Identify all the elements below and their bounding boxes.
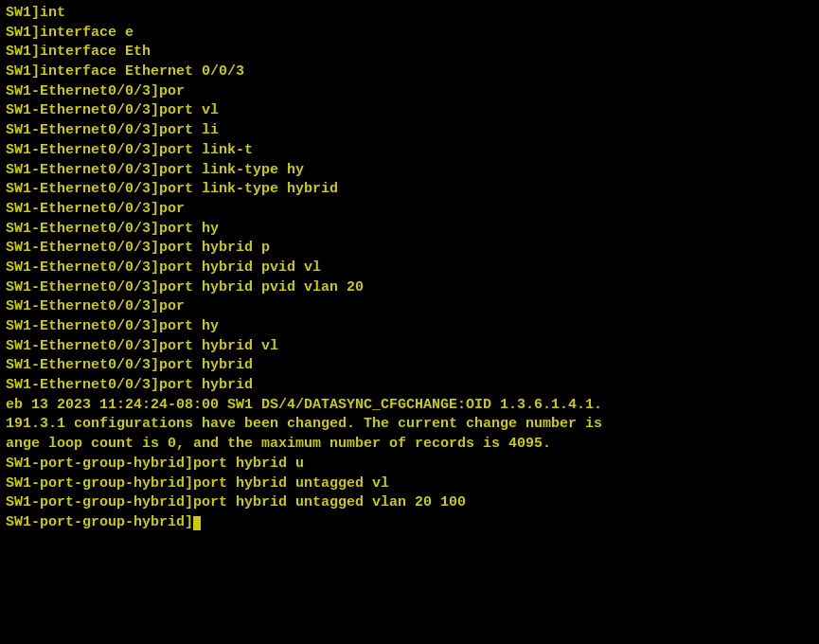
terminal-line: SW1-Ethernet0/0/3]port hybrid p xyxy=(6,239,813,259)
terminal-line: 191.3.1 configurations have been changed… xyxy=(6,415,813,435)
terminal-line: SW1-Ethernet0/0/3]port hy xyxy=(6,317,813,337)
terminal-line: SW1-Ethernet0/0/3]port link-type hy xyxy=(6,161,813,181)
terminal-line: ange loop count is 0, and the maximum nu… xyxy=(6,435,813,455)
terminal-window: SW1]intSW1]interface eSW1]interface EthS… xyxy=(0,0,819,644)
terminal-line: SW1-port-group-hybrid]port hybrid untagg… xyxy=(6,474,813,494)
terminal-line: SW1]interface Eth xyxy=(6,43,813,63)
terminal-line: SW1]interface Ethernet 0/0/3 xyxy=(6,63,813,82)
terminal-line: SW1-Ethernet0/0/3]port hybrid pvid vl xyxy=(6,259,813,278)
terminal-line: SW1]int xyxy=(6,4,813,24)
terminal-line: SW1]interface e xyxy=(6,24,813,44)
terminal-line: SW1-Ethernet0/0/3]port link-t xyxy=(6,141,813,161)
terminal-line: SW1-Ethernet0/0/3]port hybrid vl xyxy=(6,337,813,357)
terminal-line: SW1-port-group-hybrid]port hybrid untagg… xyxy=(6,493,813,513)
terminal-line: SW1-Ethernet0/0/3]por xyxy=(6,82,813,102)
terminal-line: SW1-Ethernet0/0/3]port hybrid xyxy=(6,376,813,396)
terminal-line: SW1-Ethernet0/0/3]por xyxy=(6,200,813,220)
terminal-line: SW1-port-group-hybrid] xyxy=(6,513,813,533)
terminal-line: SW1-port-group-hybrid]port hybrid u xyxy=(6,455,813,474)
terminal-line: SW1-Ethernet0/0/3]port link-type hybrid xyxy=(6,180,813,200)
terminal-line: SW1-Ethernet0/0/3]port li xyxy=(6,121,813,141)
cursor-block xyxy=(193,516,201,530)
terminal-line: SW1-Ethernet0/0/3]port hy xyxy=(6,220,813,240)
terminal-line: SW1-Ethernet0/0/3]por xyxy=(6,297,813,317)
terminal-line: SW1-Ethernet0/0/3]port vl xyxy=(6,101,813,121)
terminal-line: SW1-Ethernet0/0/3]port hybrid xyxy=(6,356,813,376)
terminal-line: SW1-Ethernet0/0/3]port hybrid pvid vlan … xyxy=(6,278,813,298)
terminal-line: eb 13 2023 11:24:24-08:00 SW1 DS/4/DATAS… xyxy=(6,396,813,416)
